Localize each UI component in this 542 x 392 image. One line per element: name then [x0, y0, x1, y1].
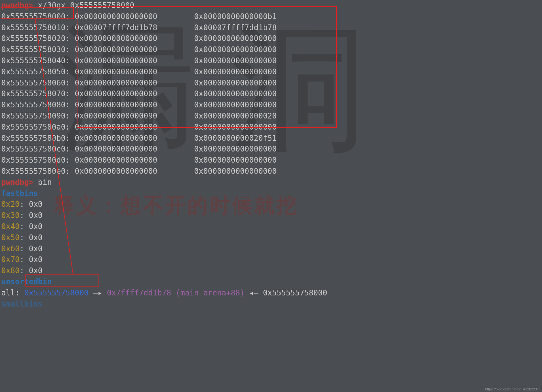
mem-value-1: 0x0000000000000000 — [75, 145, 194, 153]
unsortedbin-all-label: all — [1, 288, 15, 297]
unsortedbin-heading: unsortedbin — [1, 277, 52, 286]
mem-value-1: 0x0000000000000000 — [75, 89, 194, 98]
mem-value-1: 0x00007ffff7dd1b78 — [75, 23, 194, 32]
fastbin-value: 0x0 — [29, 255, 43, 264]
mem-value-2: 0x0000000000000000 — [194, 145, 277, 153]
mem-addr: 0x555555758030 — [1, 45, 65, 54]
terminal-screenshot: 漏 洞 释义：想不开的时候就挖 pwndbg> x/30gx 0x5555557… — [0, 0, 542, 392]
fastbins-heading: fastbins — [1, 189, 38, 198]
mem-addr: 0x5555557580e0 — [1, 167, 65, 176]
mem-value-2: 0x0000000000000000 — [194, 156, 277, 165]
fastbin-size: 0x80 — [1, 266, 20, 275]
unsortedbin-back: 0x555555758000 — [263, 288, 327, 297]
mem-value-2: 0x0000000000000000 — [194, 100, 277, 109]
mem-value-2: 0x0000000000000000 — [194, 45, 277, 54]
mem-addr: 0x555555758050 — [1, 67, 65, 76]
fastbin-size: 0x60 — [1, 244, 20, 253]
mem-value-2: 0x00000000000000b1 — [194, 12, 277, 21]
arrow-right-icon: —▸ — [93, 288, 102, 297]
csdn-watermark: https://blog.csdn.net/qq_41202237 — [485, 387, 539, 392]
mem-value-2: 0x0000000000000000 — [194, 123, 277, 132]
mem-addr: 0x555555758060 — [1, 78, 65, 87]
mem-value-2: 0x0000000000020f51 — [194, 134, 277, 143]
fastbin-size: 0x30 — [1, 211, 20, 220]
terminal-output[interactable]: pwndbg> x/30gx 0x555555758000 0x55555575… — [0, 0, 542, 309]
mem-addr: 0x5555557580d0 — [1, 156, 65, 165]
mem-value-2: 0x00007ffff7dd1b78 — [194, 23, 277, 32]
mem-value-2: 0x0000000000000000 — [194, 89, 277, 98]
mem-value-1: 0x0000000000000000 — [75, 100, 194, 109]
mem-value-2: 0x0000000000000000 — [194, 67, 277, 76]
mem-addr: 0x555555758000 — [1, 12, 65, 21]
mem-value-1: 0x0000000000000000 — [75, 167, 194, 176]
mem-value-2: 0x0000000000000000 — [194, 167, 277, 176]
mem-addr: 0x5555557580c0 — [1, 145, 65, 153]
command-bin: bin — [38, 178, 52, 187]
pwndbg-prompt: pwndbg> — [1, 1, 33, 10]
fastbin-value: 0x0 — [29, 211, 43, 220]
mem-addr: 0x555555758090 — [1, 112, 65, 120]
command-examine: x/30gx 0x555555758000 — [38, 1, 134, 10]
fastbin-value: 0x0 — [29, 222, 43, 231]
fastbin-size: 0x50 — [1, 233, 20, 242]
mem-value-1: 0x0000000000000000 — [75, 78, 194, 87]
fastbin-size: 0x20 — [1, 200, 20, 209]
mem-value-1: 0x0000000000000000 — [75, 123, 194, 132]
mem-value-1: 0x0000000000000000 — [75, 34, 194, 43]
mem-addr: 0x555555758040 — [1, 56, 65, 65]
mem-addr: 0x555555758080 — [1, 100, 65, 109]
mem-addr: 0x555555758010 — [1, 23, 65, 32]
mem-value-1: 0x0000000000000000 — [75, 12, 194, 21]
mem-value-2: 0x0000000000000000 — [194, 56, 277, 65]
mem-value-2: 0x0000000000000000 — [194, 78, 277, 87]
mem-value-2: 0x0000000000000020 — [194, 112, 277, 120]
mem-value-1: 0x0000000000000000 — [75, 45, 194, 54]
fastbin-value: 0x0 — [29, 233, 43, 242]
pwndbg-prompt: pwndbg> — [1, 178, 33, 187]
unsortedbin-link: 0x555555758000 — [24, 288, 88, 297]
mem-addr: 0x5555557580b0 — [1, 134, 65, 143]
fastbin-value: 0x0 — [29, 266, 43, 275]
arrow-left-icon: ◂— — [249, 288, 258, 297]
mem-value-1: 0x0000000000000000 — [75, 134, 194, 143]
fastbin-size: 0x70 — [1, 255, 20, 264]
mem-addr: 0x555555758070 — [1, 89, 65, 98]
fastbin-value: 0x0 — [29, 200, 43, 209]
mem-addr: 0x555555758020 — [1, 34, 65, 43]
mem-value-1: 0x0000000000000000 — [75, 156, 194, 165]
mem-value-2: 0x0000000000000000 — [194, 34, 277, 43]
smallbins-heading: smallbins — [1, 300, 43, 308]
fastbin-size: 0x40 — [1, 222, 20, 231]
main-arena-ref: 0x7ffff7dd1b78 (main_arena+88) — [107, 288, 244, 297]
fastbin-value: 0x0 — [29, 244, 43, 253]
mem-addr: 0x5555557580a0 — [1, 123, 65, 132]
mem-value-1: 0x0000000000000000 — [75, 56, 194, 65]
mem-value-1: 0x0000000000000000 — [75, 67, 194, 76]
mem-value-1: 0x0000000000000090 — [75, 112, 194, 120]
